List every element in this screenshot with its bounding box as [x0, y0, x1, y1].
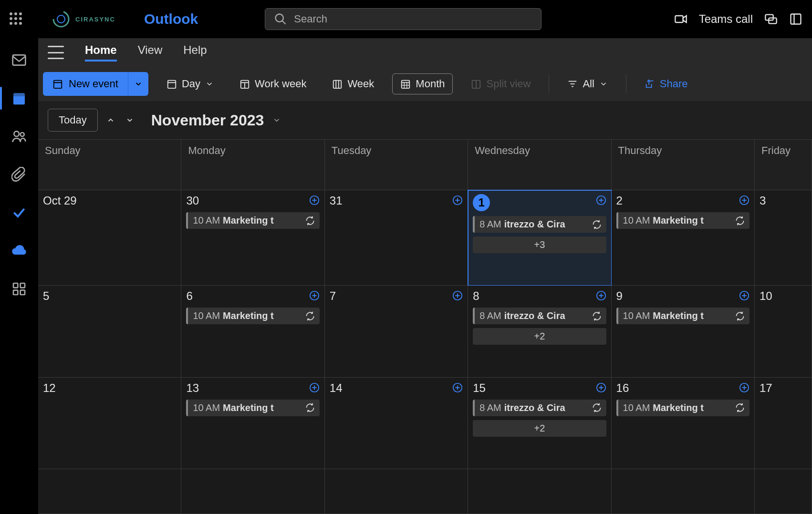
day-cell[interactable]: Oct 29 — [38, 190, 181, 286]
rail-onedrive[interactable] — [0, 243, 38, 258]
svg-rect-11 — [13, 93, 25, 96]
today-button[interactable]: Today — [48, 109, 98, 132]
day-cell[interactable] — [755, 469, 812, 514]
day-cell[interactable]: 88 AM itrezzo & Cira+2 — [468, 286, 611, 377]
day-cell[interactable]: 910 AM Marketing t — [612, 286, 755, 377]
new-event-button[interactable]: New event — [43, 72, 128, 96]
day-cell[interactable]: 610 AM Marketing t — [181, 286, 324, 377]
day-header: Thursday — [612, 140, 755, 190]
calendar-event[interactable]: 8 AM itrezzo & Cira — [473, 400, 606, 416]
separator — [549, 75, 549, 93]
add-event-icon[interactable] — [596, 195, 606, 206]
brand-text: CIRASYNC — [75, 16, 115, 23]
day-cell[interactable] — [468, 469, 611, 514]
calendar-icon — [11, 91, 27, 106]
day-number: 9 — [616, 289, 623, 303]
video-icon[interactable] — [674, 12, 687, 26]
checkmark-icon — [11, 205, 27, 220]
add-event-icon[interactable] — [596, 382, 606, 393]
day-cell[interactable] — [612, 469, 755, 514]
rail-people[interactable] — [0, 129, 38, 144]
svg-point-0 — [53, 11, 69, 27]
view-day[interactable]: Day — [159, 74, 221, 94]
day-cell[interactable]: 18 AM itrezzo & Cira+3 — [468, 190, 611, 286]
more-events[interactable]: +2 — [473, 328, 606, 345]
cirasync-logo-icon — [52, 10, 71, 29]
ribbon-tab-help[interactable]: Help — [183, 43, 207, 62]
onenote-icon[interactable] — [789, 12, 802, 26]
teams-call-label[interactable]: Teams call — [699, 12, 753, 26]
calendar-event[interactable]: 8 AM itrezzo & Cira — [473, 308, 606, 324]
app-title: Outlook — [144, 11, 198, 27]
more-events[interactable]: +3 — [473, 236, 606, 253]
prev-month-icon[interactable] — [106, 116, 115, 124]
day-cell[interactable] — [181, 469, 324, 514]
recurring-icon — [305, 311, 315, 321]
day-cell[interactable]: 210 AM Marketing t — [612, 190, 755, 286]
svg-point-2 — [276, 14, 283, 22]
day-cell[interactable]: 3010 AM Marketing t — [181, 190, 324, 286]
svg-rect-7 — [791, 14, 801, 24]
view-month[interactable]: Month — [392, 73, 453, 94]
new-event-dropdown[interactable] — [128, 72, 148, 96]
calendar-event[interactable]: 10 AM Marketing t — [616, 400, 750, 416]
add-event-icon[interactable] — [309, 290, 320, 301]
ribbon-tab-home[interactable]: Home — [85, 43, 117, 62]
new-event-splitbutton[interactable]: New event — [43, 72, 148, 96]
add-event-icon[interactable] — [309, 195, 320, 206]
calendar-event[interactable]: 10 AM Marketing t — [186, 400, 319, 416]
app-rail — [0, 38, 38, 514]
add-event-icon[interactable] — [309, 382, 320, 393]
apps-icon — [11, 281, 27, 297]
chat-icon[interactable] — [764, 12, 778, 26]
calendar-event[interactable]: 10 AM Marketing t — [186, 308, 319, 324]
svg-rect-20 — [168, 81, 176, 89]
rail-apps[interactable] — [0, 281, 38, 297]
day-cell[interactable]: 7 — [325, 286, 468, 377]
day-number: 2 — [616, 194, 623, 207]
next-month-icon[interactable] — [125, 116, 134, 124]
recurring-icon — [735, 216, 745, 226]
day-number: Oct 29 — [43, 194, 77, 207]
add-event-icon[interactable] — [596, 290, 606, 301]
add-event-icon[interactable] — [452, 290, 463, 301]
month-title[interactable]: November 2023 — [151, 112, 281, 129]
calendar-event[interactable]: 8 AM itrezzo & Cira — [473, 216, 606, 233]
day-cell[interactable]: 10 — [755, 286, 812, 377]
rail-files[interactable] — [0, 167, 38, 182]
rail-mail[interactable] — [0, 52, 38, 68]
chevron-down-icon — [599, 80, 608, 88]
add-event-icon[interactable] — [739, 382, 750, 393]
rail-calendar[interactable] — [0, 91, 38, 106]
day-cell[interactable]: 1310 AM Marketing t — [181, 378, 324, 469]
view-work-week[interactable]: Work week — [232, 74, 314, 94]
day-cell[interactable]: 14 — [325, 378, 468, 469]
day-cell[interactable]: 12 — [38, 378, 181, 469]
calendar-event[interactable]: 10 AM Marketing t — [616, 212, 750, 229]
share-button[interactable]: Share — [637, 74, 696, 94]
more-events[interactable]: +2 — [473, 420, 606, 437]
add-event-icon[interactable] — [739, 195, 750, 206]
search-input[interactable]: Search — [265, 8, 541, 30]
rail-todo[interactable] — [0, 205, 38, 220]
hamburger-icon[interactable] — [48, 46, 64, 59]
app-launcher-icon[interactable] — [10, 12, 23, 26]
calendar-event[interactable]: 10 AM Marketing t — [616, 308, 750, 324]
add-event-icon[interactable] — [739, 290, 750, 301]
view-week[interactable]: Week — [324, 74, 382, 94]
ribbon-tab-view[interactable]: View — [138, 43, 163, 62]
day-cell[interactable]: 158 AM itrezzo & Cira+2 — [468, 378, 611, 469]
day-cell[interactable]: 3 — [755, 190, 812, 286]
day-cell[interactable] — [38, 469, 181, 514]
add-event-icon[interactable] — [452, 382, 463, 393]
day-cell[interactable]: 31 — [325, 190, 468, 286]
day-cell[interactable] — [325, 469, 468, 514]
day-cell[interactable]: 17 — [755, 378, 812, 469]
day-cell[interactable]: 5 — [38, 286, 181, 377]
calendar-event[interactable]: 10 AM Marketing t — [186, 212, 319, 229]
add-event-icon[interactable] — [452, 195, 463, 206]
day-cell[interactable]: 1610 AM Marketing t — [612, 378, 755, 469]
recurring-icon — [735, 311, 745, 321]
filter-button[interactable]: All — [560, 74, 615, 94]
day-number: 10 — [760, 289, 772, 303]
